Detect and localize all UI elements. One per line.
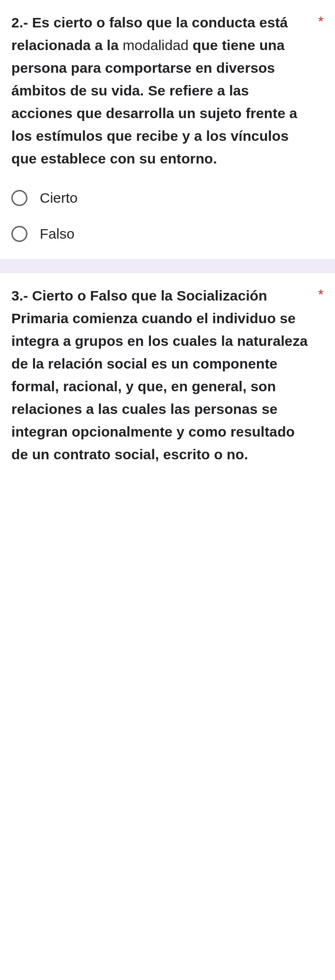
question-card-3: 3.- Cierto o Falso que la Socialización … (0, 273, 335, 483)
question-number: 2.- (11, 15, 32, 30)
radio-icon (11, 190, 27, 206)
radio-icon (11, 226, 27, 242)
card-divider (0, 259, 335, 273)
question-card-2: 2.- Es cierto o falso que la conducta es… (0, 0, 335, 259)
question-text-part: que tiene una persona para comportarse e… (11, 37, 297, 166)
question-header: 2.- Es cierto o falso que la conducta es… (11, 11, 324, 170)
question-text: 2.- Es cierto o falso que la conducta es… (11, 11, 310, 170)
question-text-part: modalidad (123, 37, 188, 53)
option-falso[interactable]: Falso (11, 226, 324, 242)
option-label: Cierto (40, 190, 78, 206)
option-cierto[interactable]: Cierto (11, 190, 324, 206)
option-label: Falso (40, 226, 74, 242)
question-header: 3.- Cierto o Falso que la Socialización … (11, 284, 324, 466)
required-asterisk-icon: * (318, 11, 324, 31)
question-text-part: Cierto o Falso que la Socialización Prim… (11, 288, 308, 462)
required-asterisk-icon: * (318, 284, 324, 304)
question-text: 3.- Cierto o Falso que la Socialización … (11, 284, 310, 466)
question-number: 3.- (11, 288, 32, 303)
